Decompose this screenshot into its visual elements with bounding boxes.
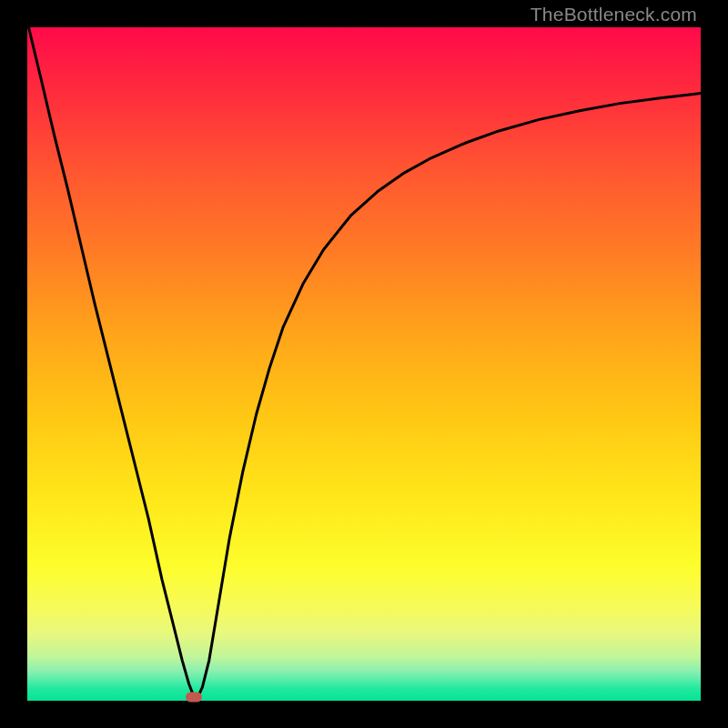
data-marker	[186, 692, 202, 702]
watermark-text: TheBottleneck.com	[531, 4, 697, 25]
chart-container: TheBottleneck.com	[0, 0, 728, 728]
plot-background	[27, 27, 701, 701]
